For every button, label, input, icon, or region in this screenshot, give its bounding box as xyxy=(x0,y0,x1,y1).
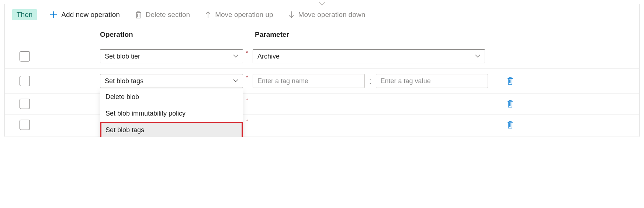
add-new-operation-label: Add new operation xyxy=(61,11,120,19)
trash-icon xyxy=(135,11,142,19)
row-checkbox[interactable] xyxy=(20,120,30,130)
arrow-up-icon xyxy=(205,11,211,19)
delete-section-label: Delete section xyxy=(146,11,190,19)
chevron-down-icon xyxy=(233,79,238,83)
chevron-down-icon xyxy=(319,0,325,8)
move-operation-down-button: Move operation down xyxy=(286,10,368,19)
arrow-down-icon xyxy=(288,11,295,19)
header-operation: Operation xyxy=(100,31,255,39)
operation-select-value: Set blob tags xyxy=(105,77,143,85)
operation-select[interactable]: Set blob tier xyxy=(100,49,243,63)
then-badge: Then xyxy=(12,9,37,20)
chevron-down-icon xyxy=(233,54,238,58)
delete-row-button[interactable] xyxy=(506,120,514,129)
operation-dropdown: Delete blob Set blob immutability policy… xyxy=(100,89,243,137)
tag-name-input[interactable] xyxy=(253,74,365,88)
operation-row: Set blob tags Delete blob Set blob immut… xyxy=(5,68,639,93)
operation-select-value: Set blob tier xyxy=(105,53,140,60)
move-operation-up-button: Move operation up xyxy=(202,10,275,19)
delete-section-button: Delete section xyxy=(132,10,192,19)
header-parameter: Parameter xyxy=(255,31,289,39)
row-checkbox[interactable] xyxy=(20,76,30,86)
required-indicator: * xyxy=(243,97,253,103)
required-indicator: * xyxy=(243,50,253,56)
dropdown-option[interactable]: Delete blob xyxy=(100,89,243,105)
row-checkbox[interactable] xyxy=(20,51,30,61)
tag-value-input[interactable] xyxy=(376,74,488,88)
parameter-select[interactable]: Archive xyxy=(253,49,485,63)
move-down-label: Move operation down xyxy=(298,11,366,19)
operation-row: Set blob tier * Archive xyxy=(5,44,639,68)
colon-separator: : xyxy=(369,77,371,85)
table-headers: Operation Parameter xyxy=(5,25,639,44)
required-indicator: * xyxy=(243,118,253,124)
chevron-down-icon xyxy=(475,54,480,58)
required-indicator: * xyxy=(243,74,253,80)
move-up-label: Move operation up xyxy=(215,11,273,19)
delete-row-button[interactable] xyxy=(506,99,514,108)
row-checkbox[interactable] xyxy=(20,99,30,109)
operation-select[interactable]: Set blob tags xyxy=(100,74,243,88)
then-section: Then Add new operation Delete section Mo… xyxy=(4,4,640,137)
plus-icon xyxy=(49,11,58,19)
dropdown-option[interactable]: Set blob tags xyxy=(100,122,243,137)
parameter-select-value: Archive xyxy=(257,53,280,60)
delete-row-button[interactable] xyxy=(506,77,514,85)
add-new-operation-button[interactable]: Add new operation xyxy=(47,10,122,19)
dropdown-option[interactable]: Set blob immutability policy xyxy=(100,105,243,122)
